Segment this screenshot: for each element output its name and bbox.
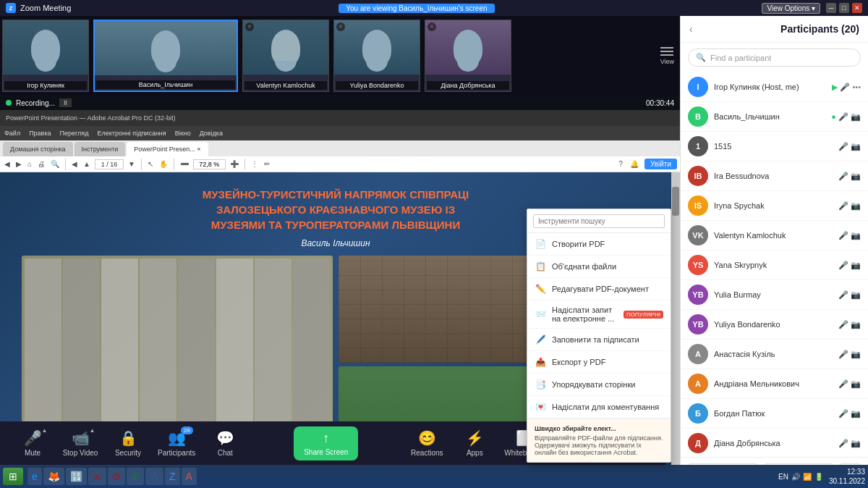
annotation-tool[interactable]: ✏: [263, 159, 271, 169]
avatar-diana: Д: [688, 433, 708, 453]
participant-name-yana: Yana Skrypnyk: [714, 261, 833, 269]
zoom-plus[interactable]: ➕: [229, 159, 240, 169]
menu-edit[interactable]: Правка: [29, 130, 51, 137]
toolbar-chat[interactable]: 💬 Chat: [207, 429, 243, 457]
tab-tools[interactable]: Інструменти: [75, 142, 126, 156]
taskbar-app4[interactable]: ⚔: [88, 468, 106, 485]
send-review-icon: 💌: [535, 401, 546, 413]
toolbar-reactions[interactable]: 😊 Reactions: [409, 429, 445, 457]
pdf-app-bar: PowerPoint Presentation — Adobe Acrobat …: [0, 110, 680, 126]
zoom-app-title: Zoom Meeting: [20, 4, 71, 12]
participant-name-diana: Діана Добрянська: [714, 439, 833, 447]
menu-view[interactable]: Перегляд: [60, 130, 89, 137]
search-button[interactable]: 🔍: [49, 159, 61, 169]
participant-search[interactable]: 🔍 Find a participant: [688, 49, 861, 67]
toolbar-left-group: 🎤 ▲ Mute 📹 ▲ Stop Video 🔒 Security: [14, 429, 243, 457]
panel-chevron-icon[interactable]: ‹: [689, 23, 693, 35]
start-button[interactable]: ⊞: [3, 468, 23, 485]
view-options-button[interactable]: View Options ▾: [762, 3, 820, 14]
toolbar-participants[interactable]: 👥 20 ▲ Participants: [158, 429, 195, 457]
hand-tool[interactable]: ✋: [158, 159, 169, 169]
minimize-button[interactable]: ─: [826, 3, 836, 13]
video-thumb-1[interactable]: Ігор Кулиняк: [2, 20, 89, 92]
video-thumb-4[interactable]: ✕ Yuliya Bondarenko: [333, 20, 420, 92]
close-button[interactable]: ✕: [852, 3, 862, 13]
adobe-search-input[interactable]: [533, 214, 665, 228]
toolbar-stop-video[interactable]: 📹 ▲ Stop Video: [62, 429, 98, 457]
notification-icon[interactable]: 🔔: [629, 159, 640, 169]
home-button[interactable]: ⌂: [26, 159, 33, 169]
taskbar-firefox[interactable]: 🦊: [43, 468, 64, 485]
cam-muted-ira: 📷: [851, 172, 861, 181]
adobe-promo: Швидко збирайте елект... Відправляйте PD…: [527, 418, 671, 462]
forward-button[interactable]: ▶: [14, 159, 23, 169]
participants-list: І Ігор Кулиняк (Host, me) ▶ 🎤 ••• В Васи…: [681, 72, 868, 457]
recording-pause-button[interactable]: ⏸: [59, 98, 72, 107]
maximize-button[interactable]: □: [839, 3, 849, 13]
adobe-menu-organize[interactable]: 📑 Упорядкувати сторінки: [527, 374, 671, 396]
stop-video-label: Stop Video: [63, 449, 98, 457]
toolbar-apps[interactable]: ⚡ Apps: [456, 429, 493, 457]
adobe-menu-combine[interactable]: 📋 Об'єднати файли: [527, 256, 671, 278]
adobe-menu-request-sign[interactable]: 📨 Надіслати запит на електронне ... ПОПУ…: [527, 300, 671, 329]
recording-bar: Recording... ⏸ 00:30:44: [0, 96, 680, 110]
taskbar-app3[interactable]: 🔢: [66, 468, 87, 485]
participant-icons-1515: 🎤 📷: [838, 142, 861, 151]
chat-icon: 💬: [216, 429, 234, 447]
face-4: [334, 20, 420, 75]
adobe-menu-send-review[interactable]: 💌 Надіслати для коментування: [527, 396, 671, 418]
toolbar-mute[interactable]: 🎤 ▲ Mute: [14, 429, 51, 457]
windows-taskbar: ⊞ e 🦊 🔢 ⚔ ⊙ ⊞ W Z A EN 🔊 📶 🔋 12:33 30.11…: [0, 465, 868, 488]
adobe-menu-create-pdf[interactable]: 📄 Створити PDF: [527, 233, 671, 256]
video-thumb-3[interactable]: ✕ Valentyn Kamlochuk: [242, 20, 329, 92]
participant-item-andriana: А Андріана Мельникович 🎤 📷: [681, 369, 868, 399]
menu-window[interactable]: Вікно: [175, 130, 191, 137]
zoom-level-input[interactable]: [193, 159, 226, 169]
participant-icons-anastasia: 🎤 📷: [838, 350, 861, 359]
next-page-button[interactable]: ▼: [127, 159, 137, 169]
adobe-menu-fill-sign[interactable]: 🖊️ Заповнити та підписати: [527, 329, 671, 351]
tab-home[interactable]: Домашня сторінка: [3, 142, 73, 156]
menu-file[interactable]: Файл: [4, 130, 20, 137]
cam-muted-bohdan: 📷: [851, 409, 861, 418]
toolbar-share-screen[interactable]: ↑ Share Screen: [294, 426, 358, 460]
menu-help[interactable]: Довідка: [200, 130, 223, 137]
taskbar-ie[interactable]: e: [27, 468, 42, 485]
view-button[interactable]: View: [655, 16, 680, 96]
taskbar-acrobat[interactable]: A: [182, 468, 197, 485]
page-counter-input[interactable]: [95, 159, 124, 169]
taskbar-excel[interactable]: ⊞: [127, 468, 144, 485]
taskbar-zoom[interactable]: Z: [165, 468, 180, 485]
zoom-minus[interactable]: ➖: [179, 159, 190, 169]
login-button[interactable]: Увійти: [644, 159, 677, 169]
participant-name-1515: 1515: [714, 142, 833, 151]
adobe-menu-export-pdf[interactable]: 📤 Експорт у PDF: [527, 351, 671, 374]
face-silhouette-2: [151, 30, 180, 67]
pdf-scrollbar[interactable]: [671, 172, 680, 488]
mute-icon-4: ✕: [336, 22, 345, 31]
zoom-logo-icon: Z: [6, 3, 16, 13]
panel-title: Participants (20): [780, 23, 859, 35]
taskbar-opera[interactable]: ⊙: [108, 468, 125, 485]
cursor-tool[interactable]: ↖: [146, 159, 155, 169]
back-button[interactable]: ◀: [3, 159, 12, 169]
cam-muted-yana: 📷: [851, 261, 861, 270]
taskbar-word[interactable]: W: [145, 468, 163, 485]
help-icon[interactable]: ?: [617, 159, 624, 169]
select-tool[interactable]: ⋮: [250, 159, 260, 169]
toolbar-security[interactable]: 🔒 Security: [110, 429, 146, 457]
video-caret: ▲: [90, 427, 95, 434]
prev-page-button[interactable]: ▲: [82, 159, 92, 169]
video-thumb-5[interactable]: ✕ Діана Добрянська: [425, 20, 511, 92]
adobe-menu-edit-pdf[interactable]: ✏️ Редагувати PDF-документ: [527, 278, 671, 300]
browser-tabs: Домашня сторінка Інструменти PowerPoint …: [0, 140, 680, 156]
stop-video-icon: 📹 ▲: [72, 429, 90, 447]
zoom-out-button[interactable]: ◀: [70, 159, 79, 169]
adobe-popup: 📄 Створити PDF 📋 Об'єднати файли ✏️ Реда…: [527, 209, 671, 463]
video-thumb-2[interactable]: Василь_Ільчишин: [93, 20, 238, 92]
avatar-yuliya: YB: [688, 314, 708, 335]
mute-icon-5: ✕: [427, 22, 436, 31]
tab-pdf[interactable]: PowerPoint Presen... ×: [127, 142, 208, 156]
print-button[interactable]: 🖨: [36, 159, 46, 169]
menu-esign[interactable]: Електронні підписання: [98, 130, 166, 137]
